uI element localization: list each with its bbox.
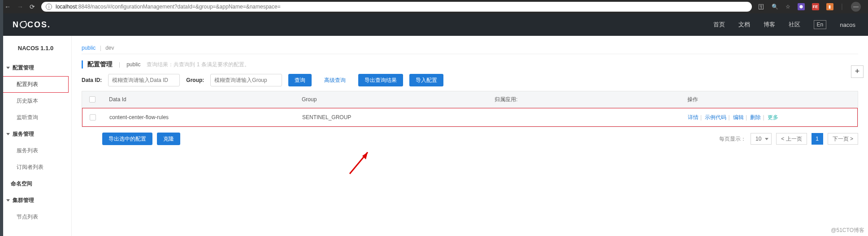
- row-dataid: content-center-flow-rules: [103, 114, 296, 120]
- advanced-search-button[interactable]: 高级查询: [318, 74, 352, 86]
- app-header: N COS. 首页 文档 博客 社区 En nacos: [0, 13, 868, 36]
- pagination: 每页显示： 10 < 上一页 1 下一页 >: [719, 133, 858, 145]
- caret-down-icon: [6, 67, 10, 69]
- add-config-button[interactable]: +: [851, 65, 864, 78]
- lang-switch[interactable]: En: [814, 20, 827, 29]
- page-title-hint: 查询结果：共查询到 1 条满足要求的配置。: [147, 61, 249, 69]
- select-all-checkbox[interactable]: [89, 96, 95, 103]
- sidebar-item-history[interactable]: 历史版本: [3, 93, 69, 109]
- dataid-input[interactable]: [108, 74, 180, 86]
- op-more[interactable]: 更多: [768, 114, 778, 120]
- namespace-tab-dev[interactable]: dev: [105, 45, 114, 51]
- svg-line-3: [350, 152, 368, 174]
- site-info-icon[interactable]: i: [46, 4, 52, 10]
- group-input[interactable]: [210, 74, 282, 86]
- row-ops: 详情| 示例代码| 编辑| 删除| 更多: [681, 114, 857, 121]
- content-area: public | dev 配置管理 | public 查询结果：共查询到 1 条…: [72, 36, 868, 236]
- window-left-strip: [0, 0, 3, 236]
- namespace-tabs: public | dev: [82, 42, 858, 54]
- forward-icon[interactable]: →: [17, 3, 23, 10]
- sidebar: NACOS 1.1.0 配置管理 配置列表 历史版本 监听查询 服务管理 服务列…: [0, 36, 72, 236]
- url-path: /nacos/#/configurationManagement?dataId=…: [90, 4, 280, 10]
- logo-a-icon: [19, 21, 27, 29]
- filter-bar: Data ID: Group: 查询 高级查询 导出查询结果 导入配置: [82, 74, 858, 86]
- sidebar-item-subscribers[interactable]: 订阅者列表: [3, 159, 69, 176]
- group-label: Group:: [186, 77, 204, 83]
- config-table: Data Id Group 归属应用: 操作 content-center-fl…: [82, 91, 858, 127]
- per-page-label: 每页显示：: [719, 135, 746, 143]
- row-group: SENTINEL_GROUP: [296, 114, 489, 120]
- extension-icon-3[interactable]: ▮: [826, 3, 833, 10]
- page-title: 配置管理: [87, 60, 113, 69]
- key-icon[interactable]: ⚿: [758, 3, 764, 10]
- op-edit[interactable]: 编辑: [733, 114, 744, 120]
- browser-toolbar: ← → ⟳ i localhost:8848/nacos/#/configura…: [0, 0, 868, 13]
- per-page-select[interactable]: 10: [751, 133, 772, 145]
- extension-icon-2[interactable]: FE: [812, 3, 819, 10]
- op-sample[interactable]: 示例代码: [705, 114, 726, 120]
- col-ops: 操作: [681, 96, 858, 103]
- annotation-arrow-icon: [345, 148, 372, 179]
- export-results-button[interactable]: 导出查询结果: [358, 74, 403, 86]
- chevron-down-icon: [765, 138, 768, 140]
- ns-separator: |: [100, 45, 101, 51]
- import-config-button[interactable]: 导入配置: [409, 74, 443, 86]
- address-bar[interactable]: i localhost:8848/nacos/#/configurationMa…: [41, 2, 752, 12]
- row-checkbox[interactable]: [90, 114, 96, 120]
- nav-user[interactable]: nacos: [840, 21, 855, 28]
- next-page-button[interactable]: 下一页 >: [828, 133, 858, 145]
- page-title-namespace: public: [126, 61, 140, 68]
- sidebar-item-service-list[interactable]: 服务列表: [3, 142, 69, 159]
- svg-marker-4: [362, 152, 368, 159]
- sidebar-item-config-list[interactable]: 配置列表: [3, 76, 69, 93]
- clone-button[interactable]: 克隆: [157, 133, 180, 145]
- logo-text-right: COS.: [27, 20, 51, 30]
- url-port: :8848: [77, 4, 90, 10]
- col-app: 归属应用:: [488, 96, 681, 103]
- toolbar-divider: │: [841, 4, 844, 10]
- logo-text-left: N: [13, 20, 19, 30]
- back-icon[interactable]: ←: [4, 3, 11, 10]
- logo[interactable]: N COS.: [13, 20, 51, 30]
- sidebar-group-service[interactable]: 服务管理: [0, 126, 71, 142]
- extension-icon-1[interactable]: ⬢: [798, 3, 805, 10]
- namespace-tab-public[interactable]: public: [82, 45, 95, 51]
- nav-docs[interactable]: 文档: [738, 21, 750, 29]
- col-group: Group: [295, 96, 488, 103]
- search-icon[interactable]: 🔍: [772, 4, 778, 10]
- current-page[interactable]: 1: [812, 133, 823, 145]
- sidebar-title: NACOS 1.1.0: [0, 45, 71, 60]
- sidebar-item-listeners[interactable]: 监听查询: [3, 109, 69, 126]
- browser-menu-icon[interactable]: —: [851, 2, 861, 12]
- sidebar-group-namespace[interactable]: 命名空间: [0, 176, 71, 192]
- reload-icon[interactable]: ⟳: [30, 3, 35, 10]
- prev-page-button[interactable]: < 上一页: [776, 133, 807, 145]
- nav-community[interactable]: 社区: [789, 21, 800, 29]
- sidebar-group-cluster[interactable]: 集群管理: [0, 192, 71, 209]
- caret-down-icon: [6, 199, 10, 202]
- sidebar-item-nodes[interactable]: 节点列表: [3, 209, 69, 225]
- nav-home[interactable]: 首页: [713, 21, 725, 29]
- search-button[interactable]: 查询: [288, 74, 312, 86]
- caret-down-icon: [6, 133, 10, 135]
- sidebar-group-config[interactable]: 配置管理: [0, 60, 71, 76]
- table-row: content-center-flow-rules SENTINEL_GROUP…: [82, 108, 858, 127]
- export-selected-button[interactable]: 导出选中的配置: [102, 133, 152, 145]
- op-delete[interactable]: 删除: [750, 114, 761, 120]
- table-header: Data Id Group 归属应用: 操作: [82, 91, 858, 108]
- nav-blog[interactable]: 博客: [764, 21, 775, 29]
- op-detail[interactable]: 详情: [688, 114, 699, 120]
- col-dataid: Data Id: [103, 96, 295, 103]
- watermark: @51CTO博客: [831, 227, 864, 234]
- star-icon[interactable]: ☆: [786, 4, 790, 10]
- url-host: localhost: [56, 4, 77, 10]
- dataid-label: Data ID:: [82, 77, 102, 83]
